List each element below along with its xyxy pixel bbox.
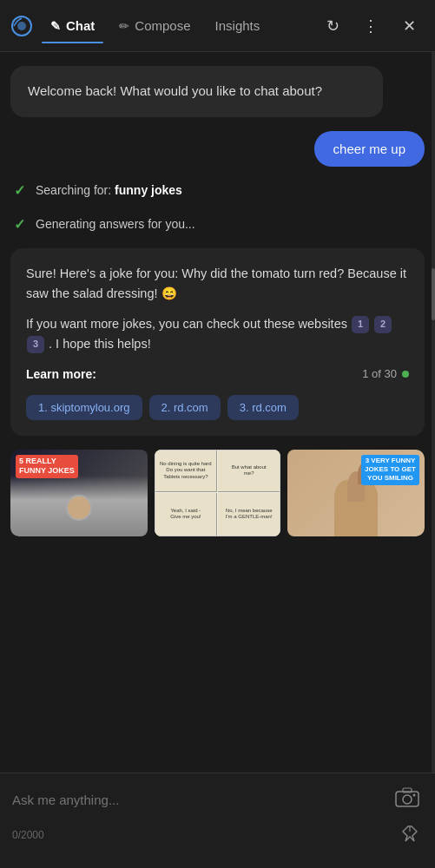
refresh-button[interactable]: ↻ [317, 10, 348, 42]
thumb3-label: 3 VERY FUNNY JOKES TO GET YOU SMILING [361, 455, 419, 485]
tab-insights[interactable]: Insights [207, 15, 269, 36]
media-thumb-3[interactable]: 3 VERY FUNNY JOKES TO GET YOU SMILING [287, 450, 425, 536]
more-options-button[interactable]: ⋮ [355, 10, 386, 42]
bottom-input-bar: 0/2000 [0, 773, 435, 868]
source-link-2[interactable]: 2. rd.com [149, 395, 221, 420]
learn-more-header: Learn more: 1 of 30 [26, 365, 409, 384]
source-link-1[interactable]: 1. skiptomylou.org [26, 395, 142, 420]
source-link-3[interactable]: 3. rd.com [227, 395, 299, 420]
check-search-icon: ✓ [14, 182, 25, 199]
close-button[interactable]: ✕ [393, 10, 425, 42]
welcome-text: Welcome back! What would you like to cha… [28, 83, 322, 98]
status-searching: ✓ Searching for: funny jokes [10, 181, 425, 201]
user-bubble: cheer me up [314, 131, 425, 167]
close-icon: ✕ [403, 16, 416, 36]
user-message-row: cheer me up [10, 131, 425, 167]
response-card: Sure! Here's a joke for you: Why did the… [10, 248, 425, 436]
ellipsis-icon: ⋮ [363, 16, 379, 36]
input-footer: 0/2000 [12, 822, 423, 848]
refresh-icon: ↻ [326, 16, 339, 36]
source-links: 1. skiptomylou.org 2. rd.com 3. rd.com [26, 395, 409, 420]
user-prompt-text: cheer me up [333, 141, 405, 156]
learn-more-title: Learn more: [26, 365, 96, 384]
comic-panel: No dining is quite hardDo you want thatT… [155, 450, 281, 536]
svg-point-1 [17, 22, 26, 30]
compose-tab-label: Compose [135, 18, 190, 33]
chat-main: Welcome back! What would you like to cha… [0, 52, 435, 773]
char-count: 0/2000 [12, 829, 44, 841]
camera-icon [395, 787, 419, 812]
pin-icon [400, 824, 419, 847]
logo-icon [10, 15, 33, 37]
status-generating: ✓ Generating answers for you... [10, 214, 425, 234]
svg-point-5 [413, 793, 416, 796]
camera-button[interactable] [392, 784, 423, 815]
green-dot [402, 371, 409, 378]
status-search-text: Searching for: funny jokes [36, 183, 182, 197]
insights-tab-label: Insights [215, 18, 260, 33]
pin-button[interactable] [397, 822, 423, 848]
cite-badge-2[interactable]: 2 [374, 316, 392, 333]
media-thumb-2[interactable]: No dining is quite hardDo you want thatT… [155, 450, 281, 536]
scroll-thumb[interactable] [432, 268, 435, 320]
cite-badge-3[interactable]: 3 [27, 336, 44, 353]
app-header: ✎ Chat ✏ Compose Insights ↻ ⋮ ✕ [0, 0, 435, 52]
app-logo [10, 15, 33, 37]
compose-tab-icon: ✏ [119, 19, 129, 33]
status-generating-text: Generating answers for you... [36, 217, 195, 231]
tab-chat[interactable]: ✎ Chat [42, 15, 103, 36]
thumb1-label: 5 REALLY FUNNY JOKES [16, 455, 78, 478]
welcome-bubble: Welcome back! What would you like to cha… [10, 66, 383, 117]
tab-compose[interactable]: ✏ Compose [110, 15, 199, 36]
media-thumbnails-row: 5 REALLY FUNNY JOKES No dining is quite … [10, 450, 425, 536]
chat-input[interactable] [12, 792, 383, 807]
chat-tab-icon: ✎ [50, 19, 61, 33]
scroll-track [432, 52, 435, 773]
learn-more-count: 1 of 30 [362, 365, 409, 384]
response-joke-text: Sure! Here's a joke for you: Why did the… [26, 264, 409, 304]
svg-point-3 [403, 795, 412, 804]
check-generate-icon: ✓ [14, 216, 25, 233]
cite-badge-1[interactable]: 1 [352, 316, 369, 333]
media-thumb-1[interactable]: 5 REALLY FUNNY JOKES [10, 450, 148, 536]
response-sites-text: If you want more jokes, you can check ou… [26, 314, 409, 354]
chat-tab-label: Chat [66, 18, 95, 33]
input-row [12, 784, 423, 815]
